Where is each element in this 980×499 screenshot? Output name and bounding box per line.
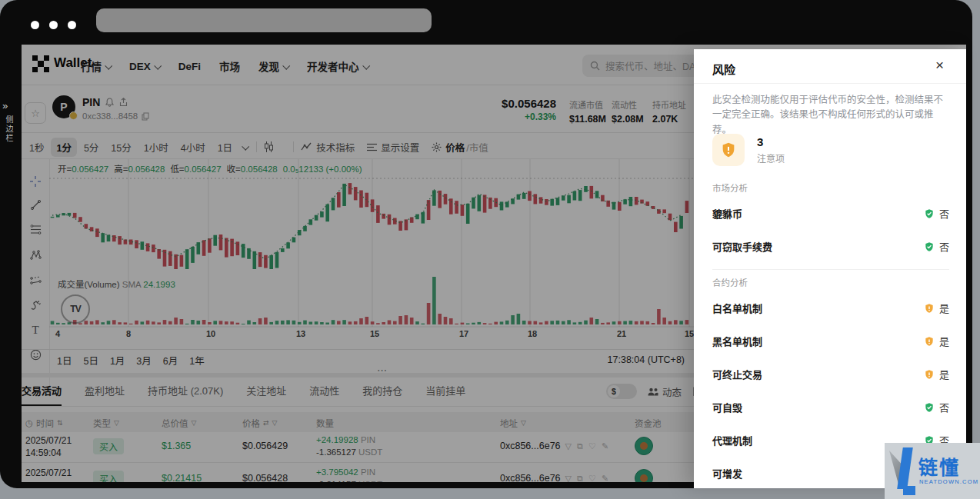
chart-type-button[interactable] xyxy=(264,141,274,152)
window-dot-2[interactable] xyxy=(49,21,58,29)
sidebar-collapse-icon[interactable]: » xyxy=(2,100,8,111)
cell-total: $0.21415 xyxy=(162,473,202,482)
price-mode-label: 价格 xyxy=(445,140,465,155)
tab-5[interactable]: 我的持仓 xyxy=(362,383,402,407)
text-tool-icon[interactable]: T xyxy=(28,322,43,338)
risk-row: 可终止交易是 xyxy=(712,358,949,391)
col-header-6[interactable]: 资金池 xyxy=(635,417,662,429)
interval-4小时[interactable]: 4小时 xyxy=(175,138,211,157)
currency-symbol: $ xyxy=(608,385,620,398)
indicators-button[interactable]: 技术指标 xyxy=(301,140,355,155)
stat-value: 2.07K xyxy=(652,114,686,125)
filter-icon[interactable]: ▽ xyxy=(272,419,278,427)
swap-icon[interactable]: ⇄ xyxy=(263,419,269,427)
close-icon[interactable]: × xyxy=(935,57,944,74)
col-header-5[interactable]: 地址▽ xyxy=(500,417,526,429)
trendline-icon[interactable] xyxy=(28,197,43,212)
sort-icon[interactable]: ⇅ xyxy=(57,419,63,427)
filter-icon[interactable]: ▽ xyxy=(192,419,197,427)
mcap-mode-label: /市值 xyxy=(466,140,488,155)
risk-row-value: 否 xyxy=(924,239,949,254)
interval-1秒[interactable]: 1秒 xyxy=(24,138,49,157)
price-mcap-toggle[interactable]: 价格/市值 xyxy=(432,140,488,155)
nav-item-label: 开发者中心 xyxy=(307,58,359,74)
interval-15分[interactable]: 15分 xyxy=(105,138,136,157)
interval-1小时[interactable]: 1小时 xyxy=(138,138,174,157)
tab-3[interactable]: 关注地址 xyxy=(246,383,286,407)
col-header-label: 资金池 xyxy=(635,417,662,429)
range-3月[interactable]: 3月 xyxy=(136,353,151,368)
main-nav: 行情DEXDeFi市场发现开发者中心 xyxy=(81,58,368,74)
time-axis: 4810131517182115 xyxy=(49,329,696,340)
chevron-down-icon xyxy=(282,62,290,69)
currency-toggle[interactable]: $ xyxy=(606,384,637,399)
cell-address[interactable]: 0xc856...6e76▽ ⧉ ♡ ✎ xyxy=(500,473,610,482)
range-1年[interactable]: 1年 xyxy=(189,353,204,368)
tab-0[interactable]: 交易活动 xyxy=(22,383,62,407)
feed-button[interactable]: 动态 xyxy=(648,384,682,399)
tab-4[interactable]: 流动性 xyxy=(309,383,339,407)
alert-bell-icon[interactable] xyxy=(105,98,114,107)
nav-item-1[interactable]: DEX xyxy=(129,58,160,74)
range-1月[interactable]: 1月 xyxy=(110,353,125,368)
col-header-4[interactable]: 数量 xyxy=(316,417,334,429)
col-header-1[interactable]: 类型▽ xyxy=(93,417,119,429)
x-tick: 21 xyxy=(617,329,626,338)
stat-label: 持币地址 xyxy=(652,98,686,111)
shield-warning-icon xyxy=(924,303,935,314)
risk-summary-shield xyxy=(712,134,745,166)
cell-price: $0.056429 xyxy=(242,441,288,451)
nav-item-4[interactable]: 发现 xyxy=(258,58,288,74)
candlestick-chart[interactable] xyxy=(49,159,696,346)
range-1日[interactable]: 1日 xyxy=(57,353,72,368)
cell-total: $1.365 xyxy=(162,441,191,451)
nav-item-2[interactable]: DeFi xyxy=(178,58,201,74)
cell-address[interactable]: 0xc856...6e76▽ ⧉ ♡ ✎ xyxy=(500,441,610,451)
interval-5分[interactable]: 5分 xyxy=(78,138,104,157)
site-watermark: 链懂 NEATDOWN.COM xyxy=(885,443,980,499)
pattern-icon[interactable] xyxy=(28,247,43,262)
range-6月[interactable]: 6月 xyxy=(163,353,178,368)
window-dot-1[interactable] xyxy=(31,21,39,29)
tab-1[interactable]: 盈利地址 xyxy=(85,383,125,407)
col-header-label: 数量 xyxy=(316,417,334,429)
display-settings-button[interactable]: 显示设置 xyxy=(367,140,419,155)
risk-panel-title: 风险 xyxy=(712,61,735,77)
fib-retracement-icon[interactable] xyxy=(28,221,43,237)
risk-row-label: 貔貅币 xyxy=(712,206,742,221)
tab-2[interactable]: 持币地址 (2.07K) xyxy=(148,383,223,407)
col-header-2[interactable]: 总价值▽ xyxy=(162,417,196,429)
crosshair-icon[interactable] xyxy=(28,174,43,189)
filter-icon[interactable]: ▽ xyxy=(114,419,119,427)
projection-icon[interactable] xyxy=(28,272,43,288)
url-bar[interactable] xyxy=(96,8,432,32)
favorite-star-icon[interactable]: ☆ xyxy=(25,102,46,124)
chevron-down-icon xyxy=(154,62,162,69)
token-address[interactable]: 0xc338...8458 xyxy=(82,111,138,121)
watermark-domain: NEATDOWN.COM xyxy=(919,478,978,485)
splitter-handle[interactable]: ⋯ xyxy=(377,364,388,376)
token-price: $0.056428 xyxy=(452,97,556,110)
nav-item-0[interactable]: 行情 xyxy=(81,58,111,74)
brush-icon[interactable] xyxy=(28,298,43,313)
okx-logo-icon[interactable] xyxy=(32,55,49,72)
address-action-icons[interactable]: ▽ ⧉ ♡ ✎ xyxy=(565,474,611,482)
shield-warning-icon xyxy=(924,369,935,380)
risk-row-label: 代理机制 xyxy=(712,433,752,447)
risk-row: 貔貅币否 xyxy=(712,197,949,230)
tab-6[interactable]: 当前挂单 xyxy=(425,383,465,407)
window-dot-3[interactable] xyxy=(68,21,76,29)
nav-item-3[interactable]: 市场 xyxy=(219,58,240,74)
interval-1分[interactable]: 1分 xyxy=(51,138,76,157)
col-header-3[interactable]: 价格⇄▽ xyxy=(242,417,277,429)
range-5日[interactable]: 5日 xyxy=(83,353,98,368)
col-header-0[interactable]: ◷时间⇅ xyxy=(25,417,63,429)
share-icon[interactable] xyxy=(119,98,128,107)
filter-icon[interactable]: ▽ xyxy=(521,419,526,427)
nav-item-5[interactable]: 开发者中心 xyxy=(307,58,368,74)
copy-icon[interactable] xyxy=(142,112,149,121)
volume-label: 成交量(Volume) xyxy=(58,280,120,289)
address-action-icons[interactable]: ▽ ⧉ ♡ ✎ xyxy=(565,441,611,451)
interval-chevron-icon[interactable] xyxy=(242,142,249,150)
interval-1日[interactable]: 1日 xyxy=(212,138,238,157)
